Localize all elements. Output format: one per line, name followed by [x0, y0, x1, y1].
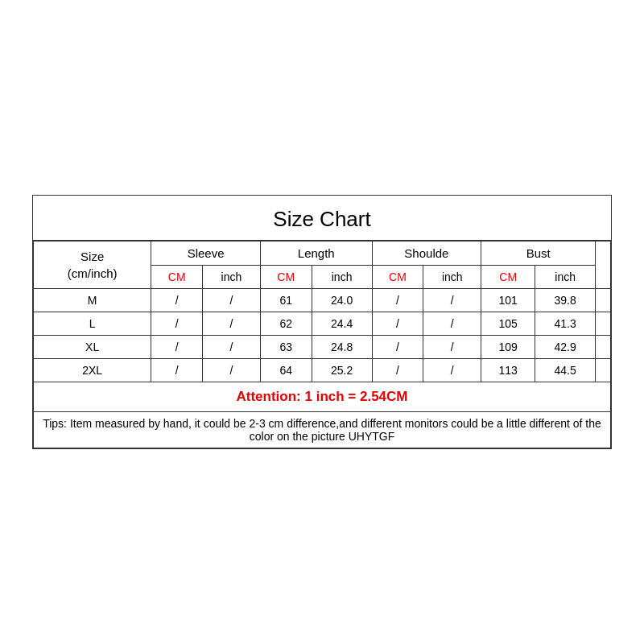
table-cell: / [151, 312, 203, 336]
table-cell: / [423, 289, 481, 312]
table-cell: 61 [260, 289, 312, 312]
shoulde-cm-subheader: CM [372, 266, 423, 289]
table-row: L//6224.4//10541.3 [34, 312, 611, 336]
chart-container: Size Chart Size(cm/inch) Sleeve Length S… [32, 195, 612, 449]
tips-text: Tips: Item measured by hand, it could be… [34, 412, 611, 448]
table-row: M//6124.0//10139.8 [34, 289, 611, 312]
page-wrapper: Size Chart Size(cm/inch) Sleeve Length S… [0, 0, 644, 644]
chart-title: Size Chart [33, 196, 611, 241]
sleeve-inch-subheader: inch [203, 266, 261, 289]
bust-header: Bust [481, 242, 596, 266]
size-header: Size(cm/inch) [34, 242, 151, 289]
table-cell [596, 289, 611, 312]
length-header: Length [260, 242, 372, 266]
table-cell: / [151, 336, 203, 359]
attention-text: Attention: 1 inch = 2.54CM [34, 382, 611, 412]
table-cell: 24.4 [312, 312, 372, 336]
table-cell: 63 [260, 336, 312, 359]
sleeve-header: Sleeve [151, 242, 261, 266]
shoulde-header: Shoulde [372, 242, 481, 266]
bust-cm-subheader: CM [481, 266, 535, 289]
table-cell: 24.8 [312, 336, 372, 359]
extra-header [596, 242, 611, 289]
table-cell: 41.3 [535, 312, 596, 336]
sleeve-cm-subheader: CM [151, 266, 203, 289]
table-cell: / [203, 336, 261, 359]
size-table: Size(cm/inch) Sleeve Length Shoulde Bust… [33, 241, 611, 448]
length-cm-subheader: CM [260, 266, 312, 289]
table-cell: / [423, 312, 481, 336]
table-cell: / [203, 359, 261, 382]
table-cell: 109 [481, 336, 535, 359]
table-cell: 113 [481, 359, 535, 382]
table-cell: 42.9 [535, 336, 596, 359]
shoulde-inch-subheader: inch [423, 266, 481, 289]
table-cell [596, 336, 611, 359]
table-cell: / [423, 336, 481, 359]
table-cell: / [151, 289, 203, 312]
table-cell [596, 359, 611, 382]
bust-inch-subheader: inch [535, 266, 596, 289]
table-cell: M [34, 289, 151, 312]
table-cell: / [423, 359, 481, 382]
table-cell: / [151, 359, 203, 382]
table-cell: 64 [260, 359, 312, 382]
table-cell: / [372, 359, 423, 382]
table-cell: 2XL [34, 359, 151, 382]
table-cell: / [203, 289, 261, 312]
table-cell: / [203, 312, 261, 336]
table-row: 2XL//6425.2//11344.5 [34, 359, 611, 382]
table-row: XL//6324.8//10942.9 [34, 336, 611, 359]
table-cell: L [34, 312, 151, 336]
table-cell: / [372, 312, 423, 336]
length-inch-subheader: inch [312, 266, 372, 289]
table-cell: 25.2 [312, 359, 372, 382]
table-cell: 62 [260, 312, 312, 336]
table-cell: 44.5 [535, 359, 596, 382]
table-cell: / [372, 289, 423, 312]
table-cell [596, 312, 611, 336]
table-cell: 101 [481, 289, 535, 312]
table-cell: 39.8 [535, 289, 596, 312]
table-cell: / [372, 336, 423, 359]
table-cell: XL [34, 336, 151, 359]
table-cell: 105 [481, 312, 535, 336]
table-cell: 24.0 [312, 289, 372, 312]
